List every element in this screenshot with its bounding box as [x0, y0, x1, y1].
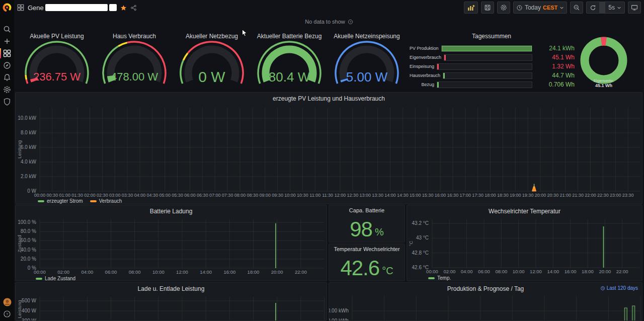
batterie-ladung-chart-panel: Batterie Ladung 00:0002:0004:0006:0008:0…	[15, 205, 327, 281]
share-icon[interactable]	[130, 5, 137, 11]
sidebar-item-server-admin[interactable]	[0, 96, 14, 108]
svg-text:05:00: 05:00	[159, 193, 171, 198]
donut-label-name: Eigenverbr.	[578, 78, 630, 83]
sidebar-item-configuration[interactable]	[0, 84, 14, 96]
legend-item[interactable]: erzeugter Strom	[38, 198, 83, 204]
svg-text:06:00: 06:00	[184, 193, 196, 198]
tv-monitor-icon	[631, 4, 638, 11]
svg-text:08:30: 08:30	[247, 193, 259, 198]
svg-text:Zustand: Zustand	[17, 235, 22, 252]
user-avatar[interactable]	[0, 296, 14, 308]
zoom-out-button[interactable]	[570, 2, 583, 14]
svg-text:60.0 %: 60.0 %	[21, 237, 36, 243]
dashboard-settings-button[interactable]	[497, 2, 510, 14]
legend-item[interactable]: Temp.	[428, 275, 451, 281]
save-dashboard-button[interactable]	[481, 2, 494, 14]
panel-title[interactable]: Haus Verbrauch	[96, 30, 173, 42]
svg-text:05:30: 05:30	[172, 193, 183, 198]
legend-item[interactable]: Lade Zustand	[36, 276, 75, 281]
stat-value: 42.6 °C	[329, 255, 405, 281]
no-data-text: No data to show	[305, 19, 345, 25]
svg-text:21:30: 21:30	[572, 193, 584, 198]
chart-legend: erzeugter StromVerbrauch	[38, 198, 122, 204]
svg-text:43 °C: 43 °C	[416, 235, 429, 240]
svg-text:12:00: 12:00	[176, 269, 188, 275]
sidebar-item-alerting[interactable]	[0, 71, 14, 84]
svg-text:16:00: 16:00	[435, 193, 446, 198]
svg-text:?: ?	[350, 20, 352, 23]
stat-unit: %	[375, 226, 384, 238]
refresh-controls: 5s	[586, 2, 625, 14]
refresh-interval-picker[interactable]: 5s	[605, 2, 624, 13]
bar-gauge-row: Eigenverbrauch 45.1 Wh	[410, 53, 575, 62]
svg-text:21:00: 21:00	[559, 193, 571, 198]
svg-text:10.0 kW: 10.0 kW	[18, 115, 36, 121]
panel-title[interactable]: Akuelle PV Leistung	[18, 30, 96, 42]
legend-swatch	[90, 200, 97, 202]
panel-title[interactable]: Lade u. Entlade Leistung	[16, 283, 327, 295]
svg-text:03:00: 03:00	[109, 193, 121, 198]
redaction-block-small	[109, 4, 117, 11]
grafana-logo[interactable]	[0, 2, 14, 13]
panel-title[interactable]: Capa. Batterie	[329, 207, 405, 213]
panel-title[interactable]: Aktueller Batterie Bezug	[251, 30, 328, 42]
panel-title[interactable]: Tagessummen	[406, 30, 578, 42]
row-label: PV Produktion	[410, 46, 441, 51]
svg-text:18:00: 18:00	[485, 193, 496, 198]
svg-text:09:30: 09:30	[272, 193, 283, 198]
svg-text:12:00: 12:00	[335, 193, 346, 198]
gauge-panel-pv-leistung: Akuelle PV Leistung 236.75 W	[18, 30, 96, 92]
bar-track	[444, 54, 532, 61]
legend-item[interactable]: Verbrauch	[90, 198, 122, 204]
panel-title[interactable]: Wechselrichter Temperatur	[407, 205, 642, 217]
refresh-icon	[590, 5, 596, 11]
stat-number: 42.6	[340, 256, 379, 280]
panel-title[interactable]: Akuelle Netzeinspeisung	[328, 30, 406, 42]
legend-label: Lade Zustand	[45, 276, 75, 281]
panel-title[interactable]: Produktion & Prognose / Tag	[329, 283, 642, 295]
svg-text:11:00: 11:00	[309, 193, 320, 198]
svg-text:14:30: 14:30	[397, 193, 409, 198]
legend-swatch	[38, 200, 44, 202]
svg-text:20:00: 20:00	[535, 193, 546, 198]
wechselrichter-temperatur-chart-panel: Wechselrichter Temperatur 00:0002:0004:0…	[407, 205, 642, 281]
add-panel-button[interactable]	[464, 2, 478, 14]
help-icon: ?	[3, 310, 11, 318]
produktion-prognose-chart-panel: Produktion & Prognose / Tag Last 120 day…	[329, 282, 642, 321]
refresh-button[interactable]	[587, 2, 599, 13]
panel-title[interactable]: Batterie Ladung	[16, 205, 327, 217]
help-circle-icon[interactable]: ?	[348, 19, 353, 25]
sidebar-item-dashboards[interactable]	[0, 47, 14, 59]
star-icon[interactable]	[120, 5, 127, 11]
bar-track	[437, 63, 532, 70]
sidebar-item-help[interactable]: ?	[0, 308, 14, 320]
sidebar-item-create[interactable]	[0, 35, 14, 47]
panel-title[interactable]: Temperatur Wechselrichter	[329, 246, 405, 252]
svg-text:16:30: 16:30	[447, 193, 459, 198]
bell-icon	[3, 73, 11, 82]
gauge-value: 478.00 W	[96, 70, 173, 84]
bar-fill	[437, 82, 439, 88]
dashboard-title[interactable]: Gene	[28, 4, 117, 12]
time-picker[interactable]: Today CEST	[513, 2, 567, 14]
panel-title[interactable]: Akueller Netzbezug	[173, 30, 251, 42]
time-range-override-link[interactable]: Last 120 days	[600, 285, 638, 291]
svg-text:22:00: 22:00	[295, 269, 307, 275]
svg-text:8.0 kW: 8.0 kW	[21, 130, 37, 135]
svg-text:22:30: 22:30	[597, 193, 609, 198]
panel-title[interactable]: erzeugte PV Leistung und Hausverbrauch	[16, 93, 642, 105]
chart-legend: Temp.	[428, 275, 451, 281]
svg-text:18:00: 18:00	[248, 269, 260, 275]
stat-unit: °C	[382, 265, 393, 277]
svg-text:40.0 %: 40.0 %	[21, 247, 36, 253]
svg-text:16:00: 16:00	[223, 269, 235, 275]
clock-icon	[600, 286, 605, 291]
kiosk-mode-button[interactable]	[628, 2, 641, 14]
clock-icon	[516, 5, 523, 11]
svg-text:10:30: 10:30	[297, 193, 308, 198]
svg-text:06:30: 06:30	[197, 193, 208, 198]
gauge-value: 80.4 W	[251, 69, 328, 85]
sidebar-item-explore[interactable]	[0, 59, 14, 71]
sidebar-item-search[interactable]	[0, 23, 14, 35]
dashboard-grid-icon	[17, 4, 24, 11]
